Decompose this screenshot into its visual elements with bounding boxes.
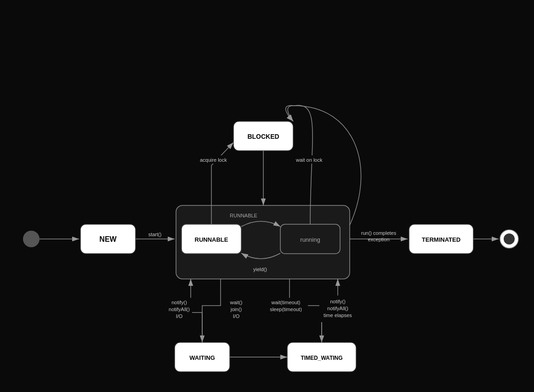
label-wait-timeout: wait(timeout) (271, 300, 301, 305)
state-running-label: running (300, 236, 320, 243)
label-run-completes-2: exception (368, 237, 389, 242)
state-timed-waiting-label: TIMED_WATING (301, 355, 342, 361)
label-time-elapses: time elapses (324, 312, 352, 318)
label-wait-on-lock: wait on lock (295, 157, 323, 163)
label-yield: yield() (253, 267, 267, 272)
thread-state-diagram: NEW start() RUNNABLE RUNNABLE running yi… (0, 0, 534, 392)
initial-state (23, 231, 40, 247)
label-run-completes-1: run() completes (361, 230, 397, 236)
label-runnable-outer: RUNNABLE (230, 213, 257, 218)
label-notify-2: notify() (330, 299, 346, 304)
final-state-inner (504, 233, 515, 244)
state-terminated-label: TERMINATED (422, 236, 460, 243)
state-blocked-label: BLOCKED (247, 133, 279, 140)
state-waiting-label: WAITING (189, 354, 215, 361)
label-io-waiting: I/O (233, 313, 240, 319)
background (0, 0, 534, 392)
label-notify-1: notify() (171, 300, 187, 305)
state-new-label: NEW (99, 235, 117, 243)
state-runnable-label: RUNNABLE (195, 236, 228, 243)
label-wait: wait() (230, 300, 243, 305)
label-sleep-timeout: sleep(timeout) (270, 307, 302, 312)
label-start: start() (148, 232, 162, 237)
label-notify-all-1: notifyAll() (169, 307, 190, 312)
label-acquire-lock: acquire lock (200, 157, 227, 163)
label-join: join() (230, 307, 242, 312)
label-io-1: I/O (176, 313, 183, 319)
label-notify-all-2: notifyAll() (327, 306, 348, 311)
